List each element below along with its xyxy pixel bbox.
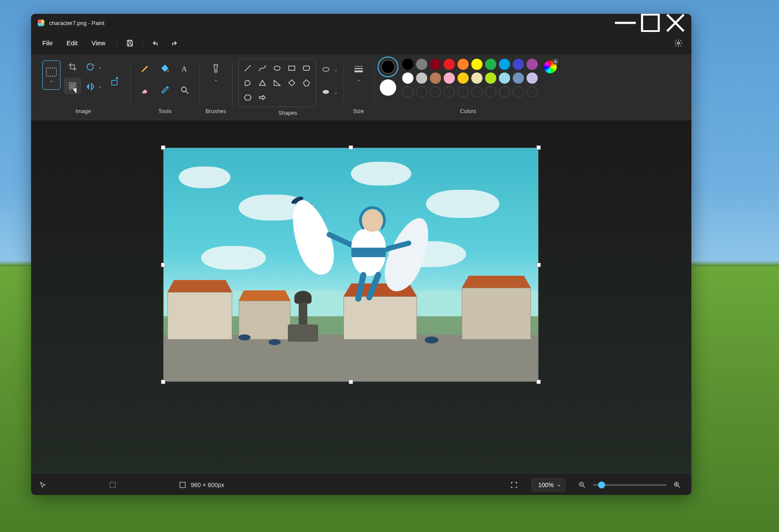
shape-diamond[interactable] — [286, 77, 297, 88]
shape-line[interactable] — [242, 63, 253, 74]
shape-pentagon[interactable] — [301, 77, 312, 88]
size-button[interactable]: ⌄ — [350, 59, 368, 86]
resize-handle[interactable] — [161, 380, 165, 384]
shape-arrow-right[interactable] — [257, 92, 268, 103]
chevron-down-icon[interactable]: ⌄ — [98, 84, 102, 88]
color-swatch[interactable] — [457, 72, 469, 84]
shape-right-triangle[interactable] — [271, 77, 283, 88]
resize-handle[interactable] — [536, 263, 541, 267]
color-swatch[interactable] — [430, 59, 441, 70]
group-colors: Colors — [374, 59, 563, 118]
resize-handle[interactable] — [536, 380, 541, 384]
zoom-in-button[interactable] — [671, 478, 684, 491]
redo-button[interactable] — [165, 35, 182, 52]
color-swatch[interactable] — [499, 72, 510, 84]
color-swatch-empty[interactable] — [416, 86, 427, 98]
color-swatch[interactable] — [513, 59, 524, 70]
color-swatch[interactable] — [527, 72, 538, 84]
rotate-button[interactable] — [84, 59, 97, 75]
maximize-button[interactable] — [638, 14, 663, 32]
svg-marker-22 — [274, 80, 280, 85]
minimize-button[interactable] — [613, 14, 638, 32]
selection-rect-icon — [46, 68, 57, 76]
color-swatch-empty[interactable] — [513, 86, 524, 98]
svg-line-9 — [70, 84, 73, 86]
color-swatch[interactable] — [430, 72, 441, 84]
close-button[interactable] — [663, 14, 688, 32]
color-swatch-empty[interactable] — [499, 86, 510, 98]
color-1-swatch[interactable] — [380, 59, 396, 75]
color-swatch[interactable] — [499, 59, 510, 70]
color-swatch-empty[interactable] — [485, 86, 496, 98]
pencil-tool[interactable] — [136, 60, 154, 77]
color-2-swatch[interactable] — [380, 79, 396, 96]
color-swatch[interactable] — [402, 59, 413, 70]
color-swatch[interactable] — [416, 72, 427, 84]
svg-rect-1 — [642, 15, 659, 31]
color-swatch[interactable] — [527, 59, 538, 70]
canvas[interactable] — [163, 148, 539, 382]
svg-marker-26 — [259, 95, 265, 100]
zoom-select[interactable]: 100% — [532, 478, 565, 491]
transparent-selection-button[interactable] — [64, 78, 81, 94]
menu-edit[interactable]: Edit — [60, 36, 85, 50]
chevron-down-icon[interactable]: ⌄ — [334, 67, 337, 72]
flip-button[interactable] — [84, 78, 97, 94]
canvas-size: 960 × 600px — [179, 481, 224, 489]
shape-polygon[interactable] — [242, 77, 253, 88]
color-swatch-empty[interactable] — [457, 86, 469, 98]
settings-button[interactable] — [670, 35, 687, 52]
select-tool-button[interactable]: ⌄ — [42, 60, 60, 90]
chevron-down-icon: ⌄ — [50, 78, 53, 83]
color-swatch[interactable] — [444, 59, 455, 70]
resize-handle[interactable] — [161, 145, 165, 150]
edit-colors-button[interactable] — [544, 60, 557, 73]
shape-triangle[interactable] — [257, 77, 268, 88]
color-swatch-empty[interactable] — [402, 86, 413, 98]
color-swatch[interactable] — [416, 59, 427, 70]
resize-button[interactable] — [105, 72, 124, 91]
shape-outline-button[interactable] — [319, 61, 332, 78]
crop-button[interactable] — [64, 59, 81, 75]
shape-curve[interactable] — [257, 63, 268, 74]
resize-handle[interactable] — [349, 380, 353, 384]
color-swatch[interactable] — [513, 72, 524, 84]
color-swatch-empty[interactable] — [527, 86, 538, 98]
color-swatch-empty[interactable] — [471, 86, 483, 98]
canvas-area[interactable] — [31, 121, 691, 474]
resize-handle[interactable] — [536, 145, 541, 150]
fit-screen-button[interactable] — [507, 478, 521, 492]
zoom-out-button[interactable] — [576, 478, 589, 491]
color-swatch[interactable] — [471, 72, 483, 84]
brushes-button[interactable]: ⌄ — [207, 59, 225, 86]
magnifier-tool[interactable] — [176, 82, 193, 98]
color-swatch[interactable] — [485, 72, 496, 84]
shape-roundrect[interactable] — [301, 63, 312, 74]
zoom-slider[interactable] — [593, 484, 666, 486]
color-swatch-empty[interactable] — [444, 86, 455, 98]
shape-rect[interactable] — [286, 63, 297, 74]
save-button[interactable] — [121, 35, 139, 52]
fill-tool[interactable] — [156, 60, 173, 77]
resize-handle[interactable] — [349, 145, 353, 150]
shapes-gallery[interactable] — [238, 59, 316, 107]
color-swatch[interactable] — [402, 72, 413, 84]
title-bar[interactable]: character7.png - Paint — [31, 14, 691, 32]
shape-hexagon[interactable] — [242, 92, 253, 103]
menu-file[interactable]: File — [35, 36, 60, 50]
chevron-down-icon[interactable]: ⌄ — [98, 65, 102, 69]
chevron-down-icon[interactable]: ⌄ — [334, 90, 337, 94]
text-tool[interactable]: A — [176, 60, 193, 77]
shape-oval[interactable] — [271, 63, 283, 74]
color-swatch[interactable] — [444, 72, 455, 84]
shape-fill-button[interactable] — [319, 84, 332, 100]
menu-view[interactable]: View — [85, 36, 112, 50]
color-picker-tool[interactable] — [156, 82, 173, 98]
resize-handle[interactable] — [161, 263, 165, 267]
color-swatch[interactable] — [471, 59, 483, 70]
color-swatch[interactable] — [485, 59, 496, 70]
color-swatch[interactable] — [457, 59, 469, 70]
color-swatch-empty[interactable] — [430, 86, 441, 98]
undo-button[interactable] — [148, 35, 165, 52]
eraser-tool[interactable] — [136, 82, 154, 98]
